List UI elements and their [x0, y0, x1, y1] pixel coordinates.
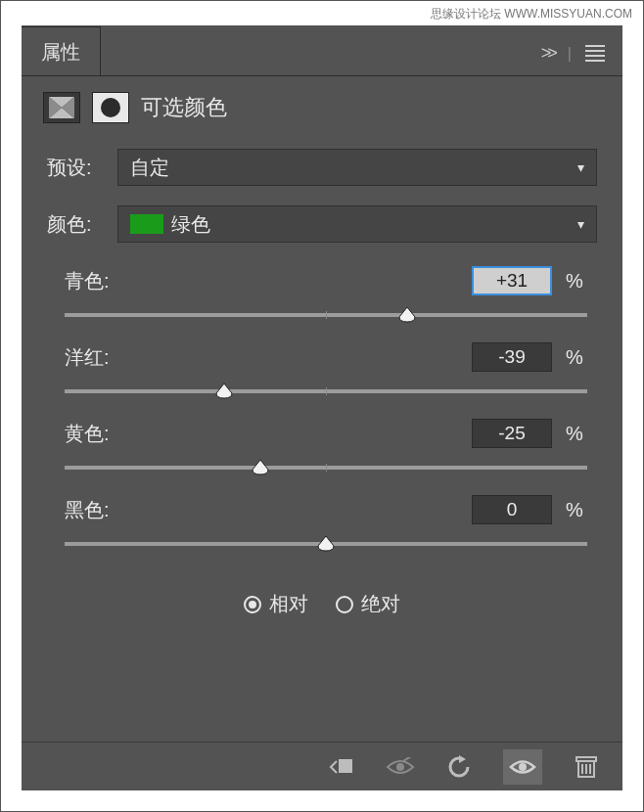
slider-block: 黑色: %: [47, 495, 597, 558]
tab-divider: |: [568, 45, 572, 63]
slider-thumb[interactable]: [398, 307, 416, 323]
properties-panel: 属性 >> | 可选颜色 预设: 自定 ▾: [22, 25, 622, 790]
watermark-text: 思缘设计论坛 WWW.MISSYUAN.COM: [431, 6, 632, 23]
slider-track[interactable]: [65, 305, 587, 329]
slider-label: 黄色:: [65, 421, 472, 447]
slider-block: 洋红: %: [47, 342, 597, 405]
color-swatch: [130, 214, 163, 234]
preset-dropdown[interactable]: 自定 ▾: [117, 149, 597, 186]
layer-mask-icon[interactable]: [92, 92, 129, 123]
preset-label: 预设:: [47, 155, 108, 181]
svg-point-5: [396, 763, 404, 771]
delete-icon[interactable]: [572, 752, 601, 782]
svg-rect-4: [339, 759, 352, 773]
slider-track[interactable]: [65, 534, 587, 558]
panel-menu-icon[interactable]: [585, 45, 605, 62]
clip-to-layer-icon[interactable]: [327, 752, 356, 782]
percent-sign: %: [566, 499, 587, 521]
tab-properties[interactable]: 属性: [22, 26, 101, 75]
slider-label: 黑色:: [65, 497, 472, 523]
slider-thumb[interactable]: [317, 536, 335, 552]
adjustment-title: 可选颜色: [141, 93, 227, 122]
slider-value-input[interactable]: [472, 495, 552, 524]
radio-absolute[interactable]: 绝对: [336, 591, 400, 617]
slider-block: 青色: %: [47, 266, 597, 329]
tab-bar: 属性 >> |: [22, 25, 622, 76]
percent-sign: %: [566, 346, 587, 369]
slider-thumb[interactable]: [252, 460, 269, 475]
mode-radio-group: 相对 绝对: [47, 591, 597, 617]
view-previous-icon[interactable]: [386, 752, 415, 782]
reset-icon[interactable]: [444, 752, 474, 782]
slider-track[interactable]: [65, 382, 587, 405]
collapse-icon[interactable]: >>: [541, 43, 554, 64]
radio-relative[interactable]: 相对: [244, 591, 308, 617]
slider-track[interactable]: [65, 458, 587, 481]
adjustment-header: 可选颜色: [22, 76, 622, 131]
slider-label: 洋红:: [65, 344, 472, 371]
color-value: 绿色: [171, 211, 210, 238]
color-label: 颜色:: [47, 211, 108, 238]
selective-color-icon[interactable]: [43, 92, 80, 123]
slider-label: 青色:: [65, 268, 472, 294]
slider-value-input[interactable]: [472, 266, 552, 295]
svg-point-7: [519, 763, 527, 771]
svg-rect-12: [576, 757, 596, 761]
percent-sign: %: [566, 423, 587, 445]
panel-footer: [22, 742, 622, 790]
svg-marker-6: [459, 755, 466, 763]
chevron-down-icon: ▾: [577, 159, 584, 175]
percent-sign: %: [566, 270, 587, 293]
chevron-down-icon: ▾: [577, 216, 584, 232]
slider-block: 黄色: %: [47, 419, 597, 481]
color-dropdown[interactable]: 绿色 ▾: [117, 205, 597, 243]
toggle-visibility-icon[interactable]: [503, 749, 542, 785]
slider-value-input[interactable]: [472, 342, 552, 372]
radio-relative-label: 相对: [269, 591, 308, 617]
slider-value-input[interactable]: [472, 419, 552, 448]
slider-thumb[interactable]: [215, 383, 233, 399]
radio-absolute-label: 绝对: [361, 591, 400, 617]
preset-value: 自定: [130, 155, 169, 181]
